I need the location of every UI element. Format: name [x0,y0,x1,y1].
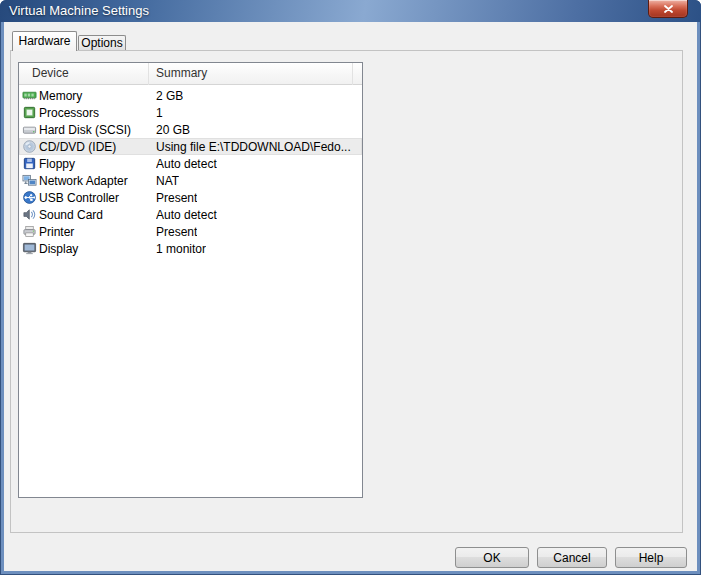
device-row-display[interactable]: Display 1 monitor [19,240,362,257]
floppy-icon [22,156,37,171]
device-name: Network Adapter [39,174,128,188]
tab-options[interactable]: Options [78,35,126,50]
column-header-device[interactable]: Device [19,63,149,85]
device-summary: 1 [156,106,163,120]
usb-icon [22,190,37,205]
device-summary: Auto detect [156,208,217,222]
tab-options-label: Options [81,36,122,50]
sound-icon [22,207,37,222]
device-summary: 20 GB [156,123,190,137]
dialog-body: Hardware Options Device Summary Memory 2… [4,22,697,571]
device-summary: Present [156,191,197,205]
device-row-cd-dvd[interactable]: CD/DVD (IDE) Using file E:\TDDOWNLOAD\Fe… [19,138,362,155]
device-summary: NAT [156,174,179,188]
device-name: CD/DVD (IDE) [39,140,116,154]
device-row-floppy[interactable]: Floppy Auto detect [19,155,362,172]
device-name: Printer [39,225,74,239]
device-name: Memory [39,89,82,103]
column-header-summary[interactable]: Summary [149,63,353,85]
device-row-sound-card[interactable]: Sound Card Auto detect [19,206,362,223]
device-list-header: Device Summary [19,63,362,85]
close-button[interactable] [648,0,688,18]
window-title: Virtual Machine Settings [9,0,149,22]
processor-icon [22,105,37,120]
device-summary: 2 GB [156,89,183,103]
device-summary: Using file E:\TDDOWNLOAD\Fedo... [156,140,351,154]
device-name: Display [39,242,78,256]
close-icon [664,2,673,16]
network-icon [22,173,37,188]
device-name: Hard Disk (SCSI) [39,123,131,137]
memory-icon [22,88,37,103]
device-summary: 1 monitor [156,242,206,256]
cancel-button[interactable]: Cancel [537,547,607,568]
device-row-hard-disk[interactable]: Hard Disk (SCSI) 20 GB [19,121,362,138]
device-summary: Auto detect [156,157,217,171]
device-name: Processors [39,106,99,120]
column-header-blank [353,63,362,85]
hard-disk-icon [22,122,37,137]
display-icon [22,241,37,256]
device-row-memory[interactable]: Memory 2 GB [19,87,362,104]
tab-hardware-label: Hardware [18,34,70,48]
tab-hardware[interactable]: Hardware [12,31,77,51]
help-button[interactable]: Help [615,547,687,568]
cd-icon [22,139,37,154]
device-row-network-adapter[interactable]: Network Adapter NAT [19,172,362,189]
device-list: Device Summary Memory 2 GB Processors [18,62,363,498]
device-name: Floppy [39,157,75,171]
device-row-processors[interactable]: Processors 1 [19,104,362,121]
device-summary: Present [156,225,197,239]
virtual-machine-settings-dialog: Virtual Machine Settings Hardware Option… [0,0,701,575]
ok-button[interactable]: OK [455,547,529,568]
printer-icon [22,224,37,239]
device-name: Sound Card [39,208,103,222]
device-row-usb-controller[interactable]: USB Controller Present [19,189,362,206]
device-name: USB Controller [39,191,119,205]
title-bar[interactable]: Virtual Machine Settings [0,0,701,22]
device-row-printer[interactable]: Printer Present [19,223,362,240]
